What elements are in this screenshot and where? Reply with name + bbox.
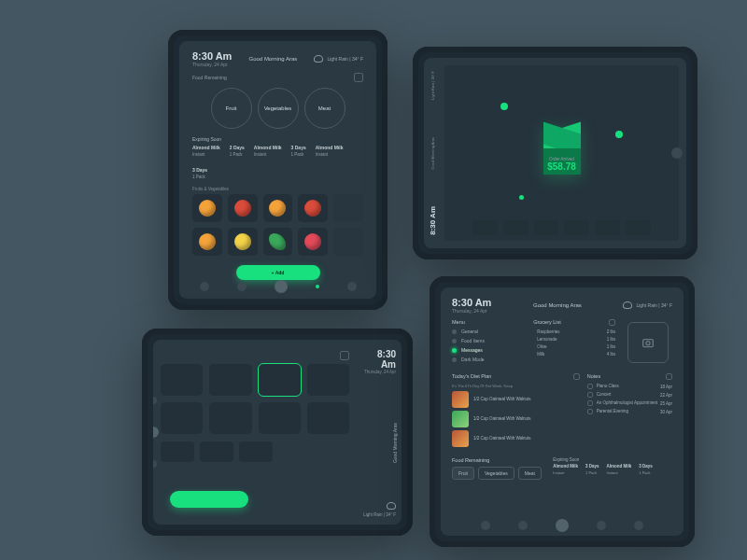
note-item[interactable]: Parental Evening30 Apr: [587, 409, 672, 414]
expand-icon[interactable]: [354, 73, 363, 82]
food-tile[interactable]: [192, 194, 222, 222]
note-item[interactable]: Piano Class18 Apr: [587, 384, 672, 389]
category-fruit[interactable]: Fruit: [211, 88, 252, 129]
card[interactable]: [307, 402, 349, 434]
side-header: Light Rain | 34° F Good Morning Aras 8:3…: [424, 58, 441, 248]
tablet-dashboard: 8:30 AmThursday, 24 Apr Good Morning Ara…: [430, 276, 695, 547]
card[interactable]: [161, 364, 203, 396]
grocery-item[interactable]: Raspberries2 lbs: [533, 329, 615, 334]
svg-point-1: [646, 342, 650, 345]
greeting: Good Morning Aras: [249, 56, 298, 62]
food-tile[interactable]: [333, 228, 363, 256]
grocery-title: Grocery List: [533, 319, 561, 326]
notes-title: Notes: [587, 373, 600, 380]
expand-icon[interactable]: [609, 319, 615, 326]
chip-vegetables[interactable]: Vegetables: [478, 467, 514, 480]
scan-button[interactable]: [627, 322, 669, 363]
food-tile[interactable]: [263, 194, 293, 222]
nav-icon[interactable]: [153, 397, 157, 404]
grocery-item[interactable]: Olive1 lbs: [533, 344, 615, 349]
cloud-icon: [387, 502, 396, 510]
svg-rect-0: [642, 340, 653, 347]
menu-item[interactable]: Food Items: [452, 338, 526, 343]
menu-item[interactable]: Dark Mode: [452, 357, 526, 362]
card-selected[interactable]: [259, 364, 301, 396]
cloud-icon: [314, 55, 323, 63]
nav-icon[interactable]: [237, 282, 247, 291]
card[interactable]: [161, 402, 203, 434]
section-title: Food Remaining: [192, 75, 227, 80]
nav-icon[interactable]: [347, 282, 357, 291]
grocery-item[interactable]: Milk4 lbs: [533, 352, 615, 357]
expiring-list: Almond MilkInstant 2 Days1 Pack Almond M…: [192, 145, 363, 181]
expiring-title: Expiring Soon: [192, 136, 363, 142]
greeting: Good Morning Aras: [392, 423, 398, 463]
card[interactable]: [161, 441, 194, 462]
chip-meat[interactable]: Meat: [518, 467, 542, 480]
card[interactable]: [209, 364, 251, 396]
tablet-order: Light Rain | 34° F Good Morning Aras 8:3…: [413, 47, 698, 259]
small-cards: [161, 441, 349, 462]
home-icon[interactable]: [275, 280, 288, 293]
meal-item[interactable]: 1/2 Cup Oatmeal With Walnuts: [452, 391, 580, 408]
diet-title: Today's Diet Plan: [452, 373, 491, 380]
order-canvas: Order Arrived $58.78: [444, 65, 679, 241]
bottom-nav: [179, 282, 376, 293]
food-tile[interactable]: [298, 228, 328, 256]
mini-expiring-list: Almond MilkInstant 3 Days1 Pack Almond M…: [553, 464, 672, 476]
food-tile[interactable]: [333, 194, 363, 222]
menu-item[interactable]: General: [452, 329, 526, 334]
card[interactable]: [259, 402, 301, 434]
confirm-button[interactable]: [170, 491, 248, 508]
category-circles: Fruit Vegetables Meat: [192, 88, 363, 129]
note-item[interactable]: Concert22 Apr: [587, 392, 672, 398]
food-tile[interactable]: [298, 194, 328, 222]
card[interactable]: [239, 441, 273, 462]
order-price: Order Arrived $58.78: [444, 157, 679, 172]
weather: Light Rain | 34° F: [314, 55, 363, 63]
tablet-selection: 8:30 AmThursday, 24 Apr Good Morning Ara…: [142, 329, 413, 536]
card[interactable]: [307, 364, 349, 396]
add-button[interactable]: + Add: [236, 265, 320, 280]
food-grid: [192, 194, 363, 256]
food-tile[interactable]: [228, 194, 258, 222]
grocery-item[interactable]: Lemonade1 lbs: [533, 337, 615, 342]
weather: Light Rain | 34° F: [363, 502, 396, 517]
grid-label: Fruits & Vegetables: [192, 187, 363, 191]
card-grid: [161, 364, 349, 434]
camera-icon: [641, 335, 655, 350]
note-item[interactable]: An Ophthalmologist Appointment25 Apr: [587, 400, 672, 406]
nav-icon[interactable]: [597, 521, 606, 530]
cloud-icon: [623, 301, 632, 309]
bottom-nav: [441, 521, 684, 532]
nav-icon[interactable]: [634, 521, 643, 530]
food-tile[interactable]: [263, 228, 293, 256]
mini-expiring-title: Expiring Soon: [553, 457, 672, 462]
home-icon[interactable]: [671, 147, 683, 159]
expand-icon[interactable]: [573, 373, 580, 380]
diet-subtitle: It's The 6Th Day Of Grit Week. Keep: [452, 384, 580, 388]
meal-item[interactable]: 1/2 Cup Oatmeal With Walnuts: [452, 411, 580, 427]
menu-item-active[interactable]: Messages: [452, 347, 526, 353]
home-icon[interactable]: [153, 427, 159, 438]
nav-icon[interactable]: [153, 460, 157, 468]
tablet-food-remaining: 8:30 Am Thursday, 24 Apr Good Morning Ar…: [168, 30, 388, 310]
category-vegetables[interactable]: Vegetables: [258, 88, 299, 129]
nav-icon[interactable]: [316, 285, 319, 288]
home-icon[interactable]: [556, 519, 569, 532]
card[interactable]: [209, 402, 251, 434]
nav-icon[interactable]: [481, 521, 490, 530]
food-tile[interactable]: [228, 228, 258, 256]
expand-icon[interactable]: [666, 373, 672, 380]
remaining-title: Food Remaining: [452, 457, 545, 463]
category-meat[interactable]: Meat: [304, 88, 345, 129]
nav-icon[interactable]: [200, 282, 209, 291]
card[interactable]: [200, 441, 233, 462]
header: 8:30 Am Thursday, 24 Apr Good Morning Ar…: [192, 50, 363, 67]
chip-fruit[interactable]: Fruit: [452, 467, 474, 480]
expand-icon[interactable]: [340, 351, 349, 360]
nav-icon[interactable]: [518, 521, 528, 530]
meal-item[interactable]: 1/2 Cup Oatmeal With Walnuts: [452, 430, 580, 447]
weather: Light Rain | 34° F: [623, 301, 672, 309]
food-tile[interactable]: [192, 228, 222, 256]
